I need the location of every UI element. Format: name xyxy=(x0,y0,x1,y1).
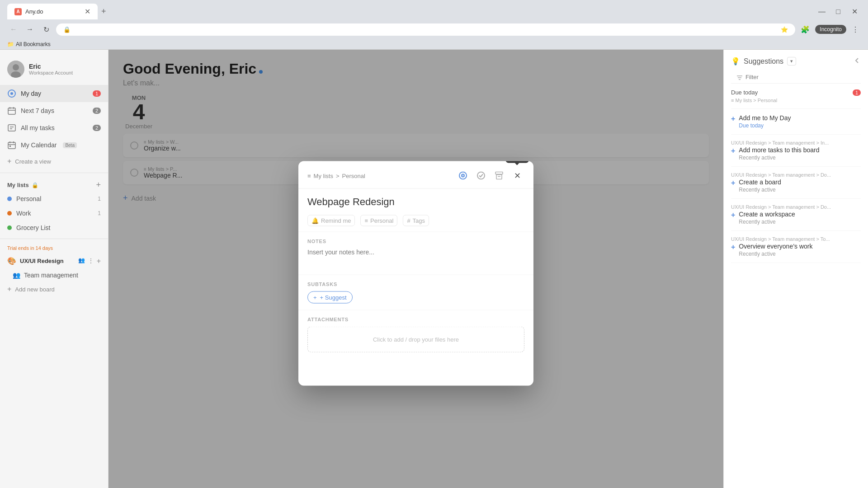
modal-actions: Close ✕ xyxy=(456,169,524,183)
sidebar-item-label: All my tasks xyxy=(21,124,55,131)
suggestion-create-workspace: UX/UI Redesign > Team management > Do...… xyxy=(731,199,861,231)
add-my-day-label: Add me to My Day xyxy=(739,114,791,122)
forward-button[interactable]: → xyxy=(24,23,36,36)
sidebar: Eric Workspace Account My day 1 Next 7 d… xyxy=(0,50,108,488)
add-more-sub: Recently active xyxy=(739,155,819,161)
notes-input[interactable] xyxy=(307,249,524,267)
address-bar[interactable]: 🔒 app.any.do/myday/tasks/i2N2g1Yb98XzNQs… xyxy=(56,23,795,36)
personal-tag[interactable]: ≡ Personal xyxy=(360,215,397,226)
sidebar-item-label: My day xyxy=(21,90,41,97)
task-title-input[interactable]: Webpage Redesign xyxy=(298,189,533,211)
workspace-name: UX/UI Redesign xyxy=(20,258,64,264)
list-icon-sub: ≡ xyxy=(731,98,734,103)
bookmarks-label[interactable]: All Bookmarks xyxy=(16,41,51,47)
ux-ui-path-3: UX/UI Redesign > Team management > To... xyxy=(731,236,861,242)
tags-tag[interactable]: # Tags xyxy=(403,215,429,226)
maximize-button[interactable]: □ xyxy=(832,5,844,18)
create-workspace-label: Create a workspace xyxy=(739,211,795,218)
filter-label: Filter xyxy=(745,74,759,80)
my-lists-title: My lists 🔒 xyxy=(7,182,38,188)
remind-label: Remind me xyxy=(321,217,351,224)
task-modal: ≡ My lists > Personal xyxy=(298,161,533,386)
svg-point-4 xyxy=(10,92,13,95)
list-item-grocery[interactable]: Grocery List xyxy=(0,221,108,235)
plus-icon: + xyxy=(7,157,11,165)
modal-close-button[interactable]: ✕ xyxy=(510,169,524,183)
modal-bottom-space xyxy=(298,359,533,386)
notes-section-title: NOTES xyxy=(307,239,524,244)
remind-me-tag[interactable]: 🔔 Remind me xyxy=(307,215,355,226)
my-day-badge: 1 xyxy=(93,90,101,97)
add-more-label: Add more tasks to this board xyxy=(739,146,819,154)
suggest-button[interactable]: + + Suggest xyxy=(307,291,353,304)
due-today-label: Due today xyxy=(731,89,758,96)
list-item-work[interactable]: Work 1 xyxy=(0,206,108,221)
modal-complete-button[interactable] xyxy=(474,169,488,183)
close-tooltip: Close xyxy=(506,161,529,163)
list-name: Grocery List xyxy=(16,224,50,231)
back-button[interactable]: ← xyxy=(7,23,20,36)
sidebar-item-all-tasks[interactable]: All my tasks 2 xyxy=(0,119,108,136)
divider xyxy=(0,173,108,173)
browser-tab[interactable]: A Any.do ✕ xyxy=(7,4,98,19)
due-today-sub: ≡ My lists > Personal xyxy=(731,98,861,103)
svg-rect-9 xyxy=(8,125,15,131)
new-tab-button[interactable]: + xyxy=(98,5,110,18)
plus-icon: + xyxy=(731,147,735,155)
attachments-section: ATTACHMENTS Click to add / drop your fil… xyxy=(298,310,533,359)
tab-title: Any.do xyxy=(25,8,43,15)
overview-label: Overview everyone’s work xyxy=(739,243,812,250)
list-color-dot xyxy=(7,225,12,230)
address-input[interactable]: app.any.do/myday/tasks/i2N2g1Yb98XzNQsqc… xyxy=(74,26,777,33)
user-info: Eric Workspace Account xyxy=(29,63,73,75)
user-role: Workspace Account xyxy=(29,70,73,75)
window-close-button[interactable]: ✕ xyxy=(848,5,861,18)
add-board-plus-icon: + xyxy=(7,285,11,293)
workspace-more-icon[interactable]: ⋮ xyxy=(88,257,94,265)
workspace-ux-ui[interactable]: 🎨 UX/UI Redesign 👥 ⋮ + xyxy=(0,253,108,268)
modal-focus-button[interactable] xyxy=(456,169,470,183)
plus-icon: + xyxy=(731,179,735,187)
workspace-people-icon: 👥 xyxy=(78,257,85,265)
workspace-team-management[interactable]: 👥 Team management xyxy=(0,268,108,282)
menu-button[interactable]: ⋮ xyxy=(850,23,861,36)
suggest-label: + Suggest xyxy=(320,294,347,301)
add-board-button[interactable]: + Add new board xyxy=(0,282,108,296)
list-color-dot xyxy=(7,211,12,216)
sidebar-item-next-7-days[interactable]: Next 7 days 2 xyxy=(0,102,108,119)
panel-filter[interactable]: Filter xyxy=(731,71,861,84)
panel-header: 💡 Suggestions ▾ xyxy=(731,57,861,66)
suggestions-chevron[interactable]: ▾ xyxy=(787,57,796,66)
minimize-button[interactable]: — xyxy=(816,5,828,18)
list-count: 1 xyxy=(98,210,101,216)
tab-favicon: A xyxy=(14,8,22,15)
create-view-button[interactable]: + Create a view xyxy=(0,154,108,169)
bell-icon: 🔔 xyxy=(311,217,319,224)
ux-ui-path-2: UX/UI Redesign > Team management > Do... xyxy=(731,204,861,210)
add-list-button[interactable]: + xyxy=(96,180,101,190)
modal-archive-button[interactable] xyxy=(492,169,506,183)
workspace-add-icon[interactable]: + xyxy=(97,257,101,265)
create-workspace-sub: Recently active xyxy=(739,219,795,225)
sidebar-item-my-day[interactable]: My day 1 xyxy=(0,85,108,102)
breadcrumb-list[interactable]: My lists xyxy=(314,172,333,179)
svg-rect-12 xyxy=(8,142,15,149)
user-name: Eric xyxy=(29,63,73,70)
collapse-panel-button[interactable] xyxy=(854,57,861,66)
notes-section: NOTES xyxy=(298,232,533,275)
suggestion-add-my-day: + Add me to My Day Due today xyxy=(731,109,861,135)
tab-close-button[interactable]: ✕ xyxy=(85,7,90,16)
workspace-icon: 🎨 xyxy=(7,257,16,265)
modal-breadcrumb: ≡ My lists > Personal xyxy=(307,172,365,179)
list-name: Work xyxy=(16,210,31,217)
sidebar-item-calendar[interactable]: My Calendar Beta xyxy=(0,136,108,154)
list-count: 1 xyxy=(98,196,101,202)
my-lists-section: My lists 🔒 + xyxy=(0,177,108,192)
drop-zone[interactable]: Click to add / drop your files here xyxy=(307,327,524,352)
tags-label: Tags xyxy=(413,217,425,224)
modal-tags-row: 🔔 Remind me ≡ Personal # Tags xyxy=(298,211,533,232)
list-item-personal[interactable]: Personal 1 xyxy=(0,192,108,206)
attachments-title: ATTACHMENTS xyxy=(307,317,524,322)
extensions-button[interactable]: 🧩 xyxy=(799,23,811,36)
reload-button[interactable]: ↻ xyxy=(40,23,52,36)
